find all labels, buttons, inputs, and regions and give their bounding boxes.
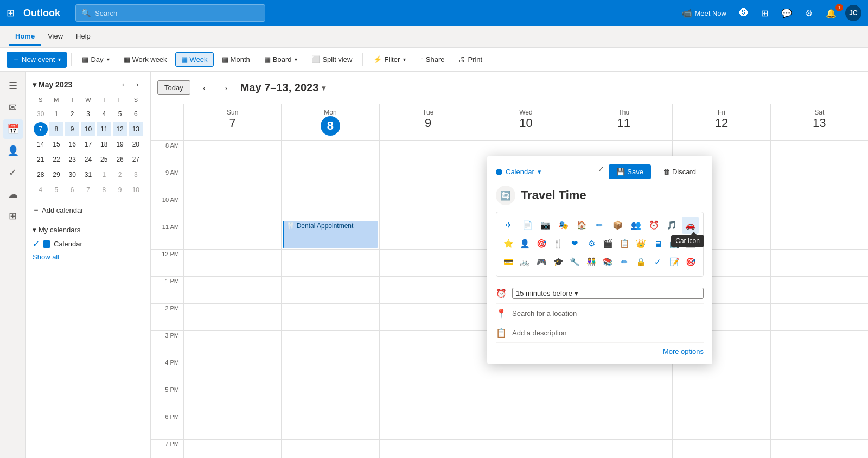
calendar-item[interactable]: ✓ Calendar [33, 237, 144, 251]
mini-cal-day[interactable]: 5 [49, 183, 63, 197]
mini-cal-day[interactable]: 24 [81, 152, 95, 167]
mini-cal-day[interactable]: 20 [129, 137, 143, 151]
food-icon[interactable]: 🍴 [551, 235, 566, 252]
clipboard-icon[interactable]: 📋 [617, 235, 633, 252]
check-icon[interactable]: ✓ [650, 253, 666, 271]
event-icon-display[interactable]: 🔄 [496, 186, 515, 205]
wrench-icon[interactable]: 🔧 [567, 253, 583, 271]
work-week-view-button[interactable]: ▦ Work week [118, 52, 173, 67]
split-view-button[interactable]: ⬜ Split view [305, 52, 358, 67]
waffle-icon[interactable]: ⊞ [7, 7, 15, 19]
mini-cal-day[interactable]: 9 [65, 122, 79, 136]
game-icon[interactable]: 🎮 [534, 253, 550, 271]
pen-icon[interactable]: ✏ [617, 253, 633, 271]
sidebar-onedrive-icon[interactable]: ☁ [3, 185, 23, 204]
skype-button[interactable]: 🅢 [735, 6, 752, 20]
mini-cal-day[interactable]: 8 [97, 183, 111, 197]
grad-icon[interactable]: 🎓 [551, 253, 566, 271]
day-col-body-sat[interactable] [770, 141, 868, 458]
reminder-dropdown[interactable]: 15 minutes before ▾ [512, 288, 704, 299]
mini-cal-day[interactable]: 4 [97, 107, 111, 121]
lock-icon[interactable]: 🔒 [634, 253, 649, 271]
popup-discard-button[interactable]: 🗑 Discard [655, 164, 704, 179]
mini-cal-day[interactable]: 13 [129, 122, 143, 136]
mini-cal-day[interactable]: 28 [34, 168, 48, 182]
mini-cal-day[interactable]: 21 [34, 152, 48, 167]
mini-cal-day[interactable]: 29 [49, 168, 63, 182]
new-event-button[interactable]: ＋ New event ▾ [7, 52, 67, 68]
tv-icon[interactable]: 📺 [667, 235, 682, 252]
card-icon[interactable]: 💳 [501, 253, 516, 271]
star-icon[interactable]: ⭐ [501, 235, 516, 252]
event-title-input[interactable] [521, 188, 704, 202]
day-col-body-tue[interactable] [379, 141, 477, 458]
mini-cal-day[interactable]: 6 [65, 183, 79, 197]
dental-appointment-event[interactable]: 🦷 Dental Appointment [283, 221, 378, 248]
masks-icon[interactable]: 🎭 [555, 217, 572, 234]
show-all-link[interactable]: Show all [33, 251, 144, 263]
board-view-button[interactable]: ▦ Board ▾ [258, 52, 304, 67]
sidebar-mail-icon[interactable]: ✉ [3, 98, 23, 117]
search-box[interactable]: 🔍 [75, 4, 265, 22]
monitor-icon[interactable]: 🖥 [650, 235, 666, 252]
share-button[interactable]: ↑ Share [414, 52, 450, 67]
notifications-button[interactable]: 🔔 1 [821, 6, 841, 21]
description-input[interactable]: Add a description [512, 329, 704, 337]
mini-cal-day[interactable]: 18 [97, 137, 111, 151]
mini-cal-day[interactable]: 12 [113, 122, 127, 136]
mini-cal-day[interactable]: 26 [113, 152, 127, 167]
box-icon[interactable]: 📦 [609, 217, 626, 234]
mini-cal-day[interactable]: 31 [81, 168, 95, 182]
mini-cal-day[interactable]: 1 [97, 168, 111, 182]
mini-cal-collapse-icon[interactable]: ▾ [33, 80, 36, 89]
sidebar-calendar-icon[interactable]: 📅 [3, 119, 23, 139]
nav-help[interactable]: Help [69, 28, 97, 46]
mini-cal-day[interactable]: 16 [65, 137, 79, 151]
film-icon[interactable]: 🎬 [600, 235, 616, 252]
search-input[interactable] [95, 9, 259, 17]
today-button[interactable]: Today [157, 80, 190, 95]
mini-cal-day[interactable]: 15 [49, 137, 63, 151]
day-view-button[interactable]: ▦ Day ▾ [76, 52, 115, 67]
feedback-button[interactable]: 💬 [777, 6, 796, 21]
mini-cal-day[interactable]: 9 [113, 183, 127, 197]
pencil-icon[interactable]: ✏ [591, 217, 608, 234]
settings-button[interactable]: ⚙ [801, 6, 817, 21]
add-calendar-section[interactable]: ＋ Add calendar [33, 202, 144, 218]
sidebar-apps-icon[interactable]: ⊞ [3, 206, 23, 226]
prev-week-button[interactable]: ‹ [197, 80, 212, 96]
mini-cal-day[interactable]: 25 [97, 152, 111, 167]
print-button[interactable]: 🖨 Print [452, 52, 488, 67]
sidebar-people-icon[interactable]: 👤 [3, 141, 23, 161]
popup-save-button[interactable]: 💾 Save [609, 164, 651, 179]
popup-expand-button[interactable]: ⤢ [598, 164, 604, 179]
mini-cal-day[interactable]: 10 [129, 183, 143, 197]
range-dropdown-icon[interactable]: ▾ [322, 84, 326, 92]
mini-cal-day[interactable]: 19 [113, 137, 127, 151]
mini-cal-day[interactable]: 23 [65, 152, 79, 167]
mini-cal-day-selected[interactable]: 7 [34, 122, 48, 136]
mini-cal-next[interactable]: › [131, 78, 144, 91]
meet-now-button[interactable]: 📹 Meet Now [677, 6, 731, 21]
mini-cal-day[interactable]: 3 [129, 168, 143, 182]
home-icon[interactable]: 🏠 [573, 217, 590, 234]
couple-icon[interactable]: 👫 [584, 253, 599, 271]
dartboard-icon[interactable]: 🎯 [683, 253, 699, 271]
mini-cal-day[interactable]: 7 [81, 183, 95, 197]
airplane-icon[interactable]: ✈ [501, 217, 518, 234]
mini-cal-prev[interactable]: ‹ [117, 78, 130, 91]
week-view-button[interactable]: ▦ Week [175, 52, 214, 67]
new-event-dropdown-icon[interactable]: ▾ [58, 56, 61, 62]
mini-cal-day[interactable]: 30 [34, 107, 48, 121]
month-view-button[interactable]: ▦ Month [216, 52, 256, 67]
books-icon[interactable]: 📚 [600, 253, 616, 271]
my-calendars-section[interactable]: ▾ My calendars [33, 222, 144, 237]
mini-cal-day[interactable]: 11 [97, 122, 111, 136]
mini-cal-day[interactable]: 10 [81, 122, 95, 136]
mini-cal-day[interactable]: 6 [129, 107, 143, 121]
crown-icon[interactable]: 👑 [634, 235, 649, 252]
music-icon[interactable]: 🎵 [663, 217, 680, 234]
sidebar-menu-icon[interactable]: ☰ [3, 76, 23, 96]
camera-icon[interactable]: 📷 [537, 217, 554, 234]
person-icon[interactable]: 👤 [518, 235, 533, 252]
